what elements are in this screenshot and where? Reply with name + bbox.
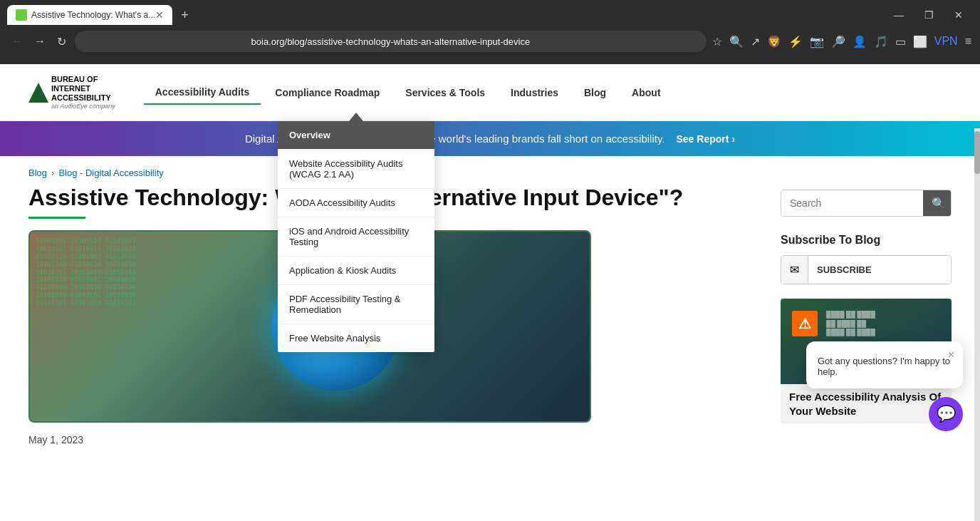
title-underline (28, 217, 85, 219)
envelope-icon: ✉ (790, 263, 799, 277)
media-icon[interactable]: 🎵 (874, 35, 888, 48)
dropdown-item-ios-android[interactable]: iOS and Android Accessibility Testing (278, 217, 434, 257)
main-layout: Assistive Technology: What's an "Alterna… (0, 184, 980, 445)
tab-bar: Assistive Technology: What's a... ✕ + — … (0, 0, 980, 26)
screenshot-icon[interactable]: ⬜ (913, 35, 927, 48)
breadcrumb-sep1: › (51, 167, 54, 178)
scrollbar[interactable] (974, 128, 980, 521)
screencapture-icon[interactable]: 📷 (810, 35, 824, 48)
search-input[interactable] (781, 190, 923, 216)
menu-icon[interactable]: ≡ (965, 35, 971, 48)
search-box: 🔍 (781, 190, 952, 217)
promo-banner: Digital Accessibility Report: See how th… (0, 121, 980, 156)
back-button[interactable]: ← (9, 32, 26, 51)
dropdown-item-overview[interactable]: Overview (278, 121, 434, 150)
minimize-button[interactable]: — (885, 5, 913, 25)
active-tab[interactable]: Assistive Technology: What's a... ✕ (7, 5, 172, 25)
subscribe-button[interactable]: SUBSCRIBE (808, 256, 880, 284)
sidebar: 🔍 Subscribe To Blog ✉ SUBSCRIBE ⚠ ████ █… (781, 184, 952, 445)
accessibility-audits-dropdown: Overview Website Accessibility Audits (W… (278, 121, 434, 352)
window-controls: — ❐ ✕ (885, 5, 973, 25)
split-icon[interactable]: ▭ (895, 35, 906, 48)
chat-widget: × Got any questions? I'm happy to help. (806, 341, 963, 388)
url-display: boia.org/blog/assistive-technology-whats… (251, 36, 531, 47)
nav-item-blog[interactable]: Blog (573, 81, 617, 104)
sidebar-bg-lines: ████ ██ ██████ ████ ██████ ██ ████ (826, 310, 875, 337)
logo-area[interactable]: BUREAU OF INTERNET ACCESSIBILITY an Audi… (28, 75, 115, 110)
scrollbar-thumb[interactable] (974, 131, 980, 174)
forward-button[interactable]: → (31, 32, 48, 51)
vpn-icon[interactable]: VPN (934, 35, 958, 48)
breadcrumb: Blog › Blog - Digital Accessibility (0, 156, 980, 184)
address-bar: ← → ↻ boia.org/blog/assistive-technology… (0, 26, 980, 57)
browser-toolbar-icons: ☆ 🔍 ↗ 🦁 ⚡ 📷 🔎 👤 🎵 ▭ ⬜ VPN ≡ (712, 35, 971, 48)
close-button[interactable]: ✕ (944, 5, 973, 25)
nav-item-about[interactable]: About (620, 81, 672, 104)
search-button[interactable]: 🔍 (923, 190, 952, 216)
address-input[interactable]: boia.org/blog/assistive-technology-whats… (75, 31, 707, 52)
dropdown-item-kiosk[interactable]: Application & Kiosk Audits (278, 257, 434, 285)
page-content: BUREAU OF INTERNET ACCESSIBILITY an Audi… (0, 64, 980, 445)
share-icon[interactable]: ↗ (751, 35, 760, 48)
extension-icon[interactable]: ⚡ (788, 35, 803, 48)
site-header: BUREAU OF INTERNET ACCESSIBILITY an Audi… (0, 64, 980, 121)
article-date: May 1, 2023 (28, 434, 752, 445)
breadcrumb-digital-accessibility[interactable]: Blog - Digital Accessibility (58, 167, 163, 178)
search-icon[interactable]: 🔍 (729, 35, 744, 48)
dropdown-arrow (349, 113, 363, 121)
tab-title: Assistive Technology: What's a... (31, 10, 155, 20)
see-report-link[interactable]: See Report › (676, 133, 735, 145)
tab-close-icon[interactable]: ✕ (155, 9, 164, 21)
nav-item-services-tools[interactable]: Services & Tools (394, 81, 496, 104)
bookmark-icon[interactable]: ☆ (712, 35, 722, 48)
subscribe-title: Subscribe To Blog (781, 234, 952, 247)
email-icon: ✉ (781, 256, 808, 284)
tab-favicon (16, 9, 27, 21)
dropdown-item-website-audits[interactable]: Website Accessibility Audits (WCAG 2.1 A… (278, 150, 434, 189)
zoom-icon[interactable]: 🔎 (831, 35, 845, 48)
nav-item-accessibility-audits[interactable]: Accessibility Audits (144, 81, 261, 105)
main-nav: Accessibility Audits Compliance Roadmap … (144, 81, 952, 105)
reload-button[interactable]: ↻ (54, 32, 69, 51)
browser-chrome: Assistive Technology: What's a... ✕ + — … (0, 0, 980, 64)
subscribe-box: ✉ SUBSCRIBE (781, 255, 952, 284)
chat-message: Got any questions? I'm happy to help. (818, 356, 952, 377)
nav-item-industries[interactable]: Industries (499, 81, 570, 104)
dropdown-item-pdf[interactable]: PDF Accessibility Testing & Remediation (278, 285, 434, 324)
brave-icon[interactable]: 🦁 (767, 35, 781, 48)
new-tab-button[interactable]: + (175, 6, 194, 24)
chat-close-icon[interactable]: × (948, 349, 954, 361)
nav-item-compliance-roadmap[interactable]: Compliance Roadmap (264, 81, 391, 104)
sidebar-card-text: Free Accessibility Analysis Of Your Webs… (781, 384, 952, 423)
logo-triangle (28, 83, 48, 103)
maximize-button[interactable]: ❐ (914, 5, 943, 25)
warning-icon: ⚠ (792, 311, 818, 336)
breadcrumb-blog[interactable]: Blog (28, 167, 47, 178)
dropdown-item-free-analysis[interactable]: Free Website Analysis (278, 324, 434, 352)
logo-text: BUREAU OF INTERNET ACCESSIBILITY an Audi… (51, 75, 115, 110)
sidebar-card-title: Free Accessibility Analysis Of Your Webs… (789, 390, 943, 418)
dropdown-item-aoda[interactable]: AODA Accessibility Audits (278, 189, 434, 217)
profile-icon[interactable]: 👤 (853, 35, 867, 48)
